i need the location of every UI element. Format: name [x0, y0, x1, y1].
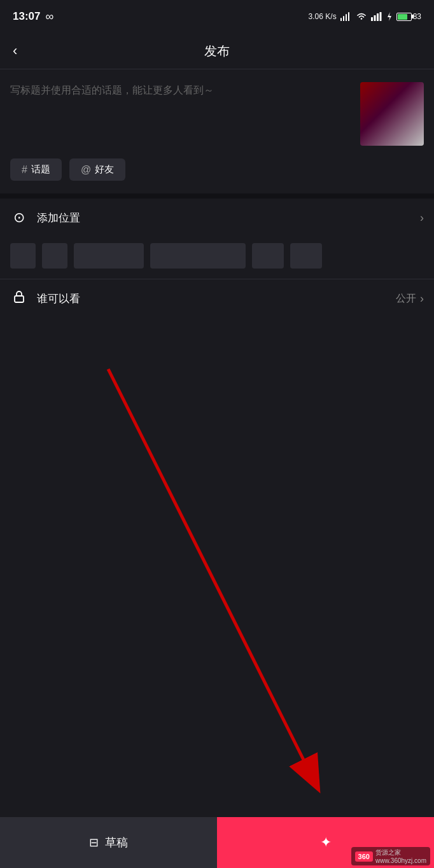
hashtag-button[interactable]: # 话题	[10, 158, 62, 181]
visibility-value: 公开	[396, 292, 416, 305]
location-right: ›	[420, 211, 424, 225]
video-thumbnail	[360, 82, 424, 146]
battery-fill	[398, 14, 407, 20]
hashtag-label: 话题	[31, 164, 50, 176]
watermark-line1: 货源之家	[375, 848, 426, 857]
infinity-icon: ∞	[45, 10, 53, 24]
mention-button[interactable]: @ 好友	[69, 158, 125, 181]
mention-label: 好友	[95, 164, 114, 176]
location-icon: ⊙	[10, 209, 28, 226]
nav-bar: ‹ 发布	[0, 33, 434, 69]
text-placeholder[interactable]: 写标题并使用合适的话题，能让更多人看到～	[10, 82, 350, 146]
svg-rect-8	[15, 296, 24, 302]
visibility-chevron: ›	[420, 292, 424, 305]
watermark-line2: www.360hyzj.com	[375, 857, 426, 864]
location-strip	[0, 237, 434, 279]
tags-row: # 话题 @ 好友	[0, 158, 434, 193]
visibility-row[interactable]: 谁可以看 公开 ›	[0, 279, 434, 318]
hashtag-symbol: #	[22, 164, 27, 176]
svg-rect-6	[377, 13, 379, 21]
battery-text: 83	[413, 12, 421, 21]
draft-icon: ⊟	[89, 836, 99, 850]
svg-rect-5	[374, 15, 375, 21]
visibility-label: 谁可以看	[37, 291, 387, 306]
nav-title: 发布	[204, 43, 230, 60]
draft-label: 草稿	[105, 835, 128, 850]
location-row[interactable]: ⊙ 添加位置 ›	[0, 199, 434, 237]
location-chip-3[interactable]	[74, 243, 144, 269]
publish-icon: ✦	[320, 834, 332, 851]
network-speed: 3.06 K/s	[309, 12, 337, 21]
battery-icon	[396, 13, 412, 21]
watermark-badge: 360	[355, 851, 373, 862]
charging-icon	[386, 12, 393, 21]
svg-line-10	[108, 369, 312, 776]
svg-rect-7	[379, 12, 381, 21]
location-chip-6[interactable]	[290, 243, 322, 269]
mention-symbol: @	[81, 164, 91, 176]
draft-button[interactable]: ⊟ 草稿	[0, 817, 217, 868]
cellular-icon	[371, 12, 382, 21]
status-time: 13:07	[13, 10, 40, 23]
location-label: 添加位置	[37, 211, 411, 225]
lock-icon	[10, 290, 28, 307]
battery-container: 83	[396, 12, 421, 21]
location-chevron: ›	[420, 211, 424, 225]
location-chip-5[interactable]	[252, 243, 284, 269]
watermark: 360 货源之家 www.360hyzj.com	[351, 847, 430, 865]
signal-icon	[340, 12, 352, 21]
status-bar: 13:07 ∞ 3.06 K/s	[0, 0, 434, 33]
section-divider-1	[0, 193, 434, 199]
location-chip-4[interactable]	[150, 243, 246, 269]
back-button[interactable]: ‹	[13, 43, 17, 59]
content-area: 写标题并使用合适的话题，能让更多人看到～ # 话题 @ 好友 ⊙ 添加位置 ›	[0, 69, 434, 318]
wifi-icon	[356, 12, 367, 21]
location-chip-2[interactable]	[42, 243, 67, 269]
text-input-area[interactable]: 写标题并使用合适的话题，能让更多人看到～	[0, 69, 434, 158]
status-right-icons: 3.06 K/s 83	[309, 12, 421, 21]
visibility-right: 公开 ›	[396, 292, 424, 305]
location-chip-1[interactable]	[10, 243, 36, 269]
svg-rect-4	[371, 17, 373, 21]
